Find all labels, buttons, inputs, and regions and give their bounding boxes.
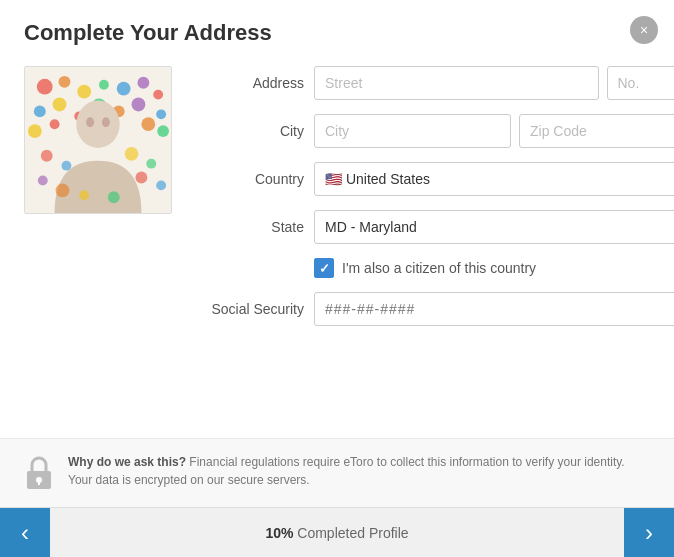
next-button[interactable]: › (624, 508, 674, 558)
svg-point-5 (117, 82, 131, 96)
address-street-input[interactable] (314, 66, 599, 100)
address-row: Address (194, 66, 674, 100)
citizen-checkbox-label: I'm also a citizen of this country (342, 260, 536, 276)
svg-point-22 (41, 150, 53, 162)
encryption-text: Your data is encrypted on our secure ser… (68, 473, 310, 487)
progress-label: Completed Profile (297, 525, 408, 541)
country-label: Country (194, 171, 304, 187)
ssn-input[interactable] (314, 292, 674, 326)
footer-progress: 10% Completed Profile (265, 525, 408, 541)
state-select[interactable]: MD - Maryland CA - California NY - New Y… (314, 210, 674, 244)
svg-point-27 (56, 183, 70, 197)
address-label: Address (194, 75, 304, 91)
checkmark-icon: ✓ (319, 262, 330, 275)
ssn-row: Social Security (194, 292, 674, 326)
svg-point-4 (99, 80, 109, 90)
state-select-wrapper: MD - Maryland CA - California NY - New Y… (314, 210, 674, 244)
svg-point-23 (62, 161, 72, 171)
address-no-input[interactable] (607, 66, 675, 100)
svg-point-1 (37, 79, 53, 95)
svg-rect-34 (38, 480, 40, 485)
fields-section: Address City Country (194, 66, 674, 340)
modal-header: Complete Your Address × (0, 0, 674, 56)
lock-icon (24, 455, 54, 493)
modal-body: Address City Country (0, 56, 674, 438)
svg-point-6 (137, 77, 149, 89)
svg-point-26 (38, 176, 48, 186)
svg-point-17 (157, 125, 169, 137)
citizen-checkbox[interactable]: ✓ (314, 258, 334, 278)
svg-point-19 (76, 101, 119, 148)
svg-point-20 (86, 117, 94, 127)
why-label: Why do we ask this? Financial regulation… (68, 455, 625, 469)
svg-point-29 (156, 180, 166, 190)
svg-point-2 (59, 76, 71, 88)
svg-point-30 (79, 190, 89, 200)
prev-button[interactable]: ‹ (0, 508, 50, 558)
avatar-section (24, 66, 174, 340)
modal-title: Complete Your Address (24, 20, 650, 46)
svg-point-16 (50, 119, 60, 129)
svg-point-3 (77, 85, 91, 99)
city-input[interactable] (314, 114, 511, 148)
svg-point-24 (125, 147, 139, 161)
modal-footer: ‹ 10% Completed Profile › (0, 507, 674, 557)
svg-point-7 (153, 90, 163, 100)
svg-point-21 (102, 117, 110, 127)
country-select-wrapper: 🇺🇸 United States 🇬🇧 United Kingdom 🇨🇦 Ca… (314, 162, 674, 196)
info-box: Why do we ask this? Financial regulation… (0, 438, 674, 507)
svg-point-18 (141, 117, 155, 131)
state-label: State (194, 219, 304, 235)
avatar (24, 66, 172, 214)
country-row: Country 🇺🇸 United States 🇬🇧 United Kingd… (194, 162, 674, 196)
svg-point-9 (53, 98, 67, 112)
ssn-label: Social Security (194, 301, 304, 317)
form-area: Address City Country (24, 66, 650, 340)
info-text: Why do we ask this? Financial regulation… (68, 453, 625, 489)
svg-point-25 (146, 159, 156, 169)
svg-point-28 (135, 172, 147, 184)
svg-point-31 (108, 191, 120, 203)
complete-address-modal: Complete Your Address × (0, 0, 674, 557)
zip-input[interactable] (519, 114, 674, 148)
svg-point-14 (156, 109, 166, 119)
ssn-input-wrapper (314, 292, 674, 326)
state-row: State MD - Maryland CA - California NY -… (194, 210, 674, 244)
city-label: City (194, 123, 304, 139)
address-inputs (314, 66, 674, 100)
city-inputs (314, 114, 674, 148)
citizen-checkbox-row: ✓ I'm also a citizen of this country (314, 258, 674, 278)
svg-point-13 (132, 98, 146, 112)
progress-percent: 10% (265, 525, 293, 541)
svg-point-15 (28, 124, 42, 138)
close-button[interactable]: × (630, 16, 658, 44)
country-select[interactable]: 🇺🇸 United States 🇬🇧 United Kingdom 🇨🇦 Ca… (314, 162, 674, 196)
svg-point-8 (34, 105, 46, 117)
city-row: City (194, 114, 674, 148)
